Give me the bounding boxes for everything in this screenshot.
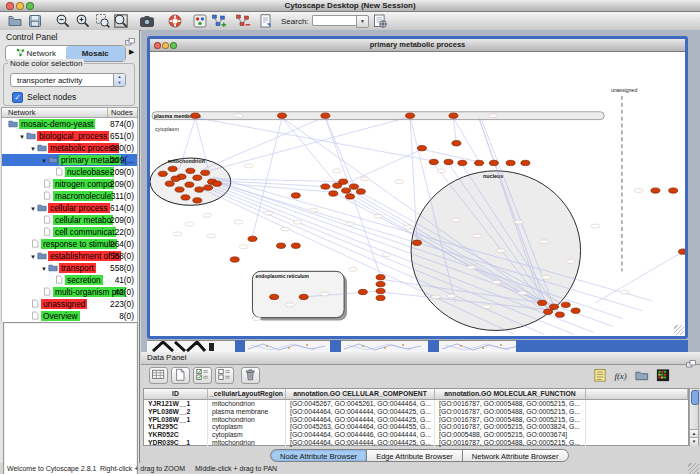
table-cell[interactable]: plasma membrane	[208, 408, 286, 416]
network-node[interactable]	[521, 160, 530, 165]
network-node[interactable]	[429, 159, 438, 164]
background-window-thumbnail[interactable]	[147, 340, 235, 352]
column-header[interactable]: ID	[144, 389, 208, 399]
table-cell[interactable]: [GO:0016787, GO:0005488, GO:0005215, G..…	[435, 408, 586, 416]
zoom-out-button[interactable]	[55, 13, 71, 29]
network-node[interactable]	[291, 243, 300, 248]
network-node[interactable]	[171, 176, 180, 181]
table-cell[interactable]: mitochondrion	[208, 439, 286, 447]
table-cell[interactable]: YPL036W__2	[144, 408, 208, 416]
table-row[interactable]: YJR121W__1mitochondrion[GO:0045267, GO:0…	[144, 400, 688, 408]
network-node[interactable]	[678, 249, 685, 254]
table-row[interactable]: YPL036W__1mitochondrion[GO:0044464, GO:0…	[144, 416, 688, 424]
network-node[interactable]	[277, 113, 286, 118]
table-cell[interactable]: [GO:0045267, GO:0045261, GO:0044464, G..…	[286, 400, 435, 408]
network-node[interactable]	[506, 160, 515, 165]
attribute-table-header[interactable]: ID_cellularLayoutRegionannotation.GO CEL…	[144, 389, 688, 400]
network-node[interactable]	[555, 312, 564, 317]
background-window-thumbnail[interactable]	[330, 340, 341, 352]
table-cell[interactable]: [GO:0016787, GO:0005215, GO:0003824, G..…	[435, 423, 586, 431]
network-node[interactable]	[212, 181, 221, 186]
delete-attr-button[interactable]	[241, 367, 260, 384]
network-node[interactable]	[175, 187, 184, 192]
column-header[interactable]: annotation.GO CELLULAR_COMPONENT	[286, 389, 435, 399]
tree-row[interactable]: ▼transport558(0)	[2, 262, 137, 274]
heatmap-button[interactable]	[655, 368, 671, 383]
network-node[interactable]	[299, 294, 308, 299]
network-node[interactable]	[549, 304, 558, 309]
network-node[interactable]	[185, 182, 194, 187]
network-node[interactable]	[452, 141, 461, 146]
table-cell[interactable]: [GO:0044464, GO:0044446, GO:0044444, G..…	[286, 431, 435, 439]
zoom-selected-button[interactable]	[95, 13, 111, 29]
search-dropdown-arrow-icon[interactable]: ▼	[356, 15, 369, 28]
table-row[interactable]: YDR039C__1mitochondrion[GO:0044464, GO:0…	[144, 439, 688, 447]
tree-header[interactable]: Network Nodes	[1, 107, 138, 118]
table-cell[interactable]: [GO:0045263, GO:0044464, GO:0044455, G..…	[286, 423, 435, 431]
zoom-fit-button[interactable]	[113, 13, 129, 29]
network-node[interactable]	[321, 113, 330, 118]
network-node[interactable]	[561, 302, 570, 307]
network-node[interactable]	[193, 198, 202, 203]
network-view-window[interactable]: primary metabolic process plasma membran…	[147, 36, 688, 339]
tree-row[interactable]: multi-organism pro42(0)	[2, 286, 137, 298]
annotation-button[interactable]	[258, 13, 274, 29]
save-button[interactable]	[27, 13, 43, 29]
network-node[interactable]	[356, 189, 365, 194]
network-node[interactable]	[669, 188, 678, 193]
search-config-button[interactable]	[372, 13, 388, 29]
network-node[interactable]	[538, 300, 547, 305]
search-input[interactable]	[312, 15, 361, 26]
network-node[interactable]	[277, 243, 286, 248]
tree-row[interactable]: response to stimulu264(0)	[2, 238, 137, 250]
network-node[interactable]	[376, 275, 385, 280]
background-window-thumbnail[interactable]	[428, 340, 439, 352]
network-node[interactable]	[248, 236, 257, 241]
network-node[interactable]	[339, 179, 348, 184]
network-node[interactable]	[345, 194, 354, 199]
background-window-thumbnail[interactable]	[439, 340, 516, 352]
table-cell[interactable]: cytoplasm	[208, 423, 286, 431]
network-node[interactable]	[342, 188, 351, 193]
network-node[interactable]	[651, 188, 660, 193]
table-row[interactable]: YLR295Ccytoplasm[GO:0045263, GO:0044464,…	[144, 423, 688, 431]
tree-row[interactable]: ▼metabolic process280(0)	[2, 142, 137, 154]
network-node[interactable]	[329, 191, 338, 196]
destroy-view-button[interactable]	[235, 13, 251, 29]
table-cell[interactable]: YJR121W__1	[144, 400, 208, 408]
network-node[interactable]	[181, 195, 190, 200]
network-node[interactable]	[291, 193, 300, 198]
network-node[interactable]	[168, 166, 177, 171]
new-attr-button[interactable]	[171, 367, 190, 384]
network-node[interactable]	[358, 289, 367, 294]
region-plasma-membrane[interactable]	[152, 112, 604, 120]
snapshot-button[interactable]	[139, 13, 155, 29]
network-node[interactable]	[489, 160, 498, 165]
table-cell[interactable]: YLR295C	[144, 423, 208, 431]
scroll-down-icon[interactable]: ▼	[690, 437, 698, 446]
background-window-thumbnail[interactable]	[235, 340, 245, 352]
table-cell[interactable]: [GO:0016787, GO:0005488, GO:0005215, G..…	[435, 439, 586, 447]
open-button[interactable]	[7, 13, 23, 29]
table-cell[interactable]: YKR052C	[144, 431, 208, 439]
network-node[interactable]	[376, 281, 385, 286]
tree-row[interactable]: cellular metabo209(0)	[2, 214, 137, 226]
network-node[interactable]	[270, 294, 279, 299]
network-node[interactable]	[321, 184, 330, 189]
network-node[interactable]	[544, 309, 553, 314]
birdseye-overview[interactable]	[3, 322, 138, 474]
tree-row[interactable]: ▼biological_process651(0)	[2, 130, 137, 142]
network-node[interactable]	[376, 288, 385, 293]
network-node[interactable]	[165, 181, 174, 186]
column-header[interactable]: annotation.GO MOLECULAR_FUNCTION	[435, 389, 586, 399]
table-button[interactable]	[149, 367, 168, 384]
table-cell[interactable]: mitochondrion	[208, 400, 286, 408]
tree-row[interactable]: secretion41(0)	[2, 274, 137, 286]
tab-node-attribute-browser[interactable]: Node Attribute Browser	[270, 449, 367, 462]
table-cell[interactable]: [GO:0044464, GO:0044444, GO:0044425, G..…	[286, 408, 435, 416]
table-cell[interactable]: [GO:0016787, GO:0005488, GO:0005215, G..…	[435, 416, 586, 424]
tree-row[interactable]: ▼primary metabo209(...	[2, 154, 137, 166]
table-cell[interactable]: [GO:0005488, GO:0005215, GO:0003674]	[435, 431, 586, 439]
network-node[interactable]	[204, 185, 213, 190]
network-node[interactable]	[412, 240, 421, 245]
